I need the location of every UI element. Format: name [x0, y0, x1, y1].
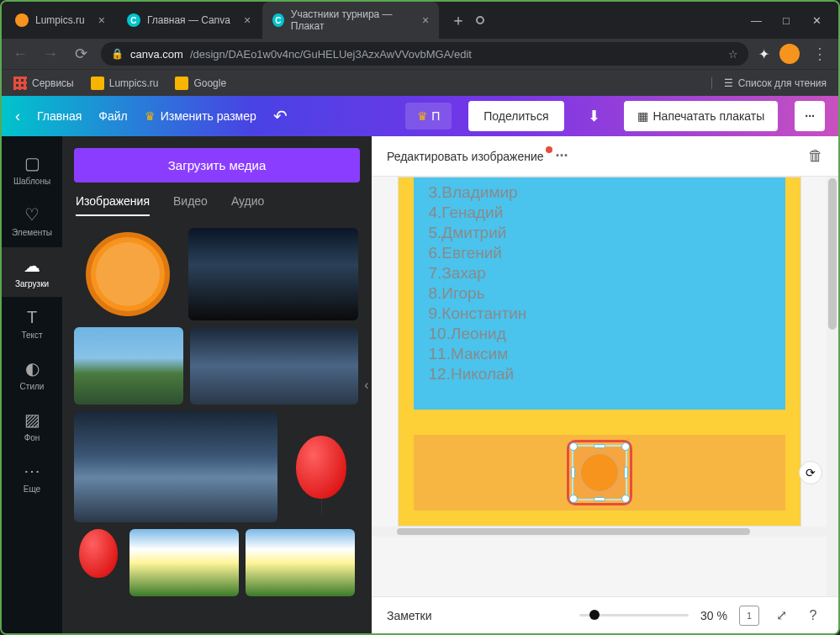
- nav-templates[interactable]: ▢Шаблоны: [2, 145, 62, 194]
- bookmark-star-icon[interactable]: ☆: [728, 48, 738, 61]
- rotate-button[interactable]: ⟳: [799, 461, 822, 484]
- toolbar-more-button[interactable]: ···: [556, 147, 568, 165]
- tab-video[interactable]: Видео: [173, 194, 208, 216]
- list-item[interactable]: 10.Леонид: [429, 324, 770, 344]
- vertical-scrollbar[interactable]: [827, 177, 838, 596]
- footer-band[interactable]: ⟳: [414, 435, 785, 511]
- orange-icon: [15, 13, 29, 27]
- pro-button[interactable]: ♛ П: [405, 103, 452, 130]
- zoom-value[interactable]: 30 %: [700, 609, 727, 622]
- nav-background[interactable]: ▨Фон: [2, 401, 62, 451]
- nav-back-button[interactable]: ←: [10, 45, 30, 63]
- list-item[interactable]: 9.Константин: [429, 304, 770, 324]
- notification-dot-icon: [546, 146, 552, 153]
- zoom-slider[interactable]: [579, 614, 689, 616]
- media-balloon-1[interactable]: [284, 411, 358, 522]
- list-item[interactable]: 11.Максим: [429, 344, 770, 364]
- resize-handle[interactable]: [569, 442, 578, 451]
- nav-elements[interactable]: ♡Элементы: [2, 196, 62, 246]
- file-menu[interactable]: Файл: [98, 109, 127, 123]
- list-number: 3.: [429, 183, 442, 201]
- list-icon: ☰: [724, 77, 733, 89]
- bookmark-services[interactable]: Сервисы: [13, 77, 74, 90]
- resize-handle[interactable]: [624, 467, 628, 479]
- maximize-button[interactable]: □: [781, 14, 791, 27]
- uploads-icon: ☁: [22, 256, 42, 276]
- media-sunrise-2[interactable]: [246, 529, 355, 596]
- resize-handle[interactable]: [569, 495, 578, 503]
- resize-handle[interactable]: [571, 467, 575, 479]
- resize-handle[interactable]: [621, 495, 630, 503]
- templates-icon: ▢: [22, 153, 42, 173]
- media-space-1[interactable]: [188, 228, 358, 320]
- media-orange[interactable]: [74, 228, 182, 320]
- list-item[interactable]: 12.Николай: [429, 364, 770, 384]
- close-icon[interactable]: ×: [98, 13, 105, 27]
- canvas-scroll[interactable]: 3.Владимир4.Генадий5.Дмитрий6.Евгений7.З…: [372, 177, 827, 596]
- profile-avatar[interactable]: [779, 44, 800, 64]
- media-landscape[interactable]: [74, 327, 183, 405]
- resize-handle[interactable]: [594, 497, 605, 501]
- browser-tab-1[interactable]: C Главная — Canva ×: [117, 7, 261, 34]
- undo-button[interactable]: ↶: [273, 106, 288, 126]
- back-icon[interactable]: ‹: [15, 108, 20, 125]
- close-icon[interactable]: ×: [422, 13, 429, 27]
- orange-image: [578, 452, 621, 494]
- help-button[interactable]: ?: [803, 606, 823, 626]
- bookmark-lumpics[interactable]: Lumpics.ru: [91, 77, 159, 90]
- tab-images[interactable]: Изображения: [76, 194, 150, 216]
- edit-image-button[interactable]: Редактировать изображение: [387, 150, 544, 163]
- list-item[interactable]: 3.Владимир: [429, 183, 770, 203]
- new-tab-button[interactable]: ＋: [441, 10, 476, 30]
- main-area: ▢Шаблоны ♡Элементы ☁Загрузки TТекст ◐Сти…: [2, 136, 838, 633]
- browser-menu-button[interactable]: ⋮: [810, 45, 830, 63]
- print-button[interactable]: ▦Напечатать плакаты: [624, 101, 779, 131]
- reading-list-button[interactable]: ☰Список для чтения: [711, 77, 827, 89]
- minimize-button[interactable]: —: [751, 14, 761, 27]
- url-input[interactable]: 🔒 canva.com/design/DAEo1w0v4nc/GuHELUej3…: [101, 42, 748, 66]
- resize-handle[interactable]: [594, 444, 605, 448]
- account-icon[interactable]: [476, 16, 484, 24]
- media-space-2[interactable]: [190, 327, 358, 405]
- home-link[interactable]: Главная: [37, 109, 82, 123]
- delete-button[interactable]: 🗑: [808, 147, 823, 165]
- list-item[interactable]: 8.Игорь: [429, 283, 770, 304]
- list-item[interactable]: 5.Дмитрий: [429, 223, 770, 243]
- browser-tab-0[interactable]: Lumpics.ru ×: [5, 7, 115, 34]
- nav-styles[interactable]: ◐Стили: [2, 350, 62, 400]
- download-button[interactable]: ⬇: [581, 107, 607, 125]
- list-item[interactable]: 4.Генадий: [429, 203, 770, 223]
- bookmark-google[interactable]: Google: [175, 77, 226, 90]
- nav-uploads[interactable]: ☁Загрузки: [2, 247, 62, 297]
- close-window-button[interactable]: ✕: [811, 14, 822, 27]
- list-item[interactable]: 6.Евгений: [429, 243, 770, 263]
- tab-audio[interactable]: Аудио: [231, 194, 265, 216]
- participants-list[interactable]: 3.Владимир4.Генадий5.Дмитрий6.Евгений7.З…: [414, 177, 785, 410]
- reload-button[interactable]: ⟳: [71, 45, 91, 63]
- list-item[interactable]: 7.Захар: [429, 263, 770, 283]
- pages-button[interactable]: 1: [739, 606, 759, 626]
- close-icon[interactable]: ×: [244, 13, 251, 27]
- media-balloon-2[interactable]: [74, 529, 123, 596]
- resize-handle[interactable]: [621, 442, 630, 451]
- share-button[interactable]: Поделиться: [468, 101, 563, 131]
- list-number: 7.: [429, 264, 442, 282]
- poster-document[interactable]: 3.Владимир4.Генадий5.Дмитрий6.Евгений7.З…: [398, 177, 801, 527]
- nav-text[interactable]: TТекст: [2, 299, 62, 348]
- header-more-button[interactable]: ···: [795, 101, 825, 131]
- upload-media-button[interactable]: Загрузить медиа: [74, 148, 360, 183]
- fullscreen-button[interactable]: ⤢: [771, 606, 791, 626]
- nav-more[interactable]: ⋯Еще: [2, 452, 62, 502]
- horizontal-scrollbar[interactable]: [372, 527, 827, 537]
- resize-button[interactable]: ♛ Изменить размер: [145, 109, 256, 123]
- browser-tab-2[interactable]: C Участники турнира — Плакат ×: [262, 2, 439, 39]
- notes-button[interactable]: Заметки: [387, 609, 432, 622]
- slider-thumb[interactable]: [589, 610, 600, 620]
- media-sunrise-1[interactable]: [129, 529, 239, 596]
- panel-collapse-handle[interactable]: ‹: [361, 352, 372, 419]
- selected-image[interactable]: [572, 445, 627, 500]
- media-space-3[interactable]: [74, 411, 277, 522]
- list-name: Николай: [451, 365, 514, 383]
- nav-forward-button[interactable]: →: [40, 45, 61, 63]
- extensions-icon[interactable]: ✦: [758, 46, 769, 62]
